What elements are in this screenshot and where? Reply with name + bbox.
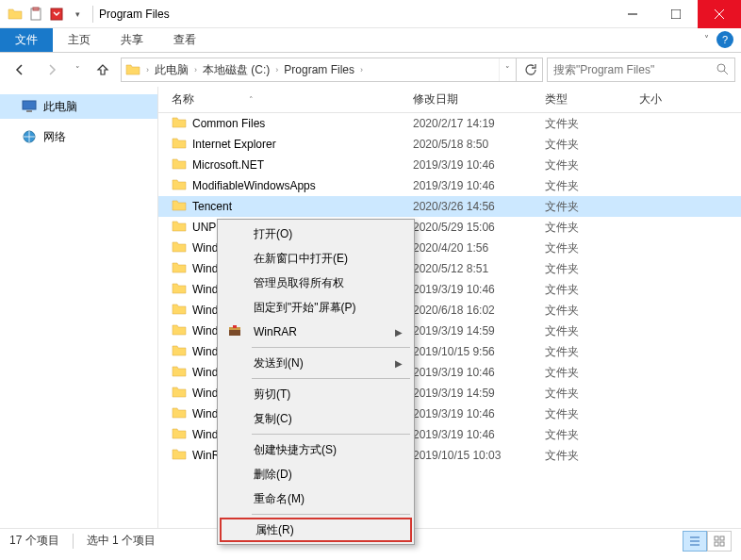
file-type: 文件夹	[545, 427, 639, 443]
tab-view[interactable]: 查看	[158, 28, 211, 52]
addressbar: ˅ › 此电脑 › 本地磁盘 (C:) › Program Files › ˅	[0, 53, 741, 87]
cm-copy[interactable]: 复制(C)	[220, 406, 412, 431]
address-box[interactable]: › 此电脑 › 本地磁盘 (C:) › Program Files › ˅	[121, 58, 543, 82]
file-type: 文件夹	[545, 220, 639, 236]
file-date: 2019/3/19 10:46	[413, 407, 545, 420]
column-size[interactable]: 大小	[639, 91, 715, 107]
svg-rect-4	[671, 9, 681, 19]
qat-dropdown-icon[interactable]: ▾	[68, 5, 87, 24]
tab-file[interactable]: 文件	[0, 28, 53, 52]
file-date: 2019/10/15 9:56	[413, 345, 545, 358]
address-dropdown-icon[interactable]: ˅	[499, 58, 516, 81]
svg-rect-21	[720, 542, 724, 546]
menu-separator	[252, 514, 410, 515]
file-date: 2019/3/19 10:46	[413, 283, 545, 296]
svg-rect-20	[715, 542, 718, 546]
cm-cut[interactable]: 剪切(T)	[220, 382, 412, 406]
file-type: 文件夹	[545, 282, 639, 298]
chevron-right-icon: ▶	[395, 327, 403, 338]
cm-open-new-window[interactable]: 在新窗口中打开(E)	[220, 246, 412, 271]
folder-icon	[172, 343, 189, 360]
breadcrumb-pc[interactable]: 此电脑	[151, 58, 192, 81]
recent-dropdown[interactable]: ˅	[70, 57, 85, 83]
file-type: 文件夹	[545, 116, 639, 132]
file-row[interactable]: Microsoft.NET2019/3/19 10:46文件夹	[158, 155, 741, 175]
chevron-right-icon[interactable]: ›	[273, 65, 280, 74]
chevron-right-icon[interactable]: ›	[144, 65, 151, 74]
column-name[interactable]: 名称˄	[172, 91, 413, 107]
folder-icon	[172, 136, 189, 153]
cm-properties[interactable]: 属性(R)	[220, 518, 412, 542]
close-button[interactable]	[698, 0, 741, 28]
maximize-button[interactable]	[654, 0, 698, 28]
column-date[interactable]: 修改日期	[413, 91, 545, 107]
tab-home[interactable]: 主页	[53, 28, 106, 52]
folder-icon	[172, 156, 189, 173]
file-date: 2020/6/18 16:02	[413, 304, 545, 317]
cm-delete[interactable]: 删除(D)	[220, 462, 412, 486]
breadcrumb-folder[interactable]: Program Files	[280, 58, 358, 81]
network-icon	[21, 128, 38, 145]
back-button[interactable]	[6, 57, 34, 83]
file-name: Microsoft.NET	[192, 158, 413, 172]
sort-indicator-icon: ˄	[249, 95, 254, 105]
help-icon[interactable]: ?	[716, 31, 733, 48]
cm-create-shortcut[interactable]: 创建快捷方式(S)	[220, 437, 412, 462]
minimize-button[interactable]	[611, 0, 654, 28]
file-type: 文件夹	[545, 178, 639, 194]
chevron-right-icon[interactable]: ›	[192, 65, 199, 74]
file-date: 2019/3/19 14:59	[413, 324, 545, 338]
winrar-icon	[227, 323, 244, 340]
svg-rect-14	[233, 325, 237, 328]
file-date: 2019/3/19 10:46	[413, 366, 545, 379]
context-menu: 打开(O) 在新窗口中打开(E) 管理员取得所有权 固定到"开始"屏幕(P) W…	[217, 219, 415, 545]
cm-take-ownership[interactable]: 管理员取得所有权	[220, 271, 412, 295]
folder-icon	[172, 385, 189, 402]
properties-icon[interactable]	[47, 5, 66, 24]
ribbon-expand-icon[interactable]: ˅	[704, 34, 709, 44]
folder-icon	[172, 364, 189, 381]
folder-icon	[172, 260, 189, 277]
search-icon[interactable]	[716, 62, 729, 78]
svg-rect-19	[720, 536, 724, 540]
refresh-icon[interactable]	[516, 58, 542, 81]
file-type: 文件夹	[545, 344, 639, 360]
file-row[interactable]: Tencent2020/3/26 14:56文件夹	[158, 196, 741, 217]
cm-rename[interactable]: 重命名(M)	[220, 486, 412, 511]
file-name: Internet Explorer	[192, 138, 413, 151]
folder-icon	[172, 281, 189, 298]
folder-icon	[172, 302, 189, 319]
folder-icon	[6, 5, 25, 24]
file-name: ModifiableWindowsApps	[192, 179, 413, 192]
folder-icon	[172, 426, 189, 443]
up-button[interactable]	[89, 57, 117, 83]
sidebar-item-network[interactable]: 网络	[0, 124, 157, 149]
sidebar-item-label: 此电脑	[43, 99, 77, 115]
file-row[interactable]: ModifiableWindowsApps2019/3/19 10:46文件夹	[158, 175, 741, 196]
chevron-right-icon[interactable]: ›	[358, 65, 365, 74]
cm-pin-start[interactable]: 固定到"开始"屏幕(P)	[220, 295, 412, 320]
tab-share[interactable]: 共享	[106, 28, 158, 52]
file-row[interactable]: Internet Explorer2020/5/18 8:50文件夹	[158, 134, 741, 155]
cm-send-to[interactable]: 发送到(N) ▶	[220, 351, 412, 375]
forward-button[interactable]	[38, 57, 66, 83]
column-type[interactable]: 类型	[545, 91, 639, 107]
menu-separator	[252, 378, 410, 379]
breadcrumb-drive[interactable]: 本地磁盘 (C:)	[199, 58, 273, 81]
status-item-count: 17 个项目	[9, 533, 59, 549]
view-large-button[interactable]	[707, 531, 732, 552]
cm-open[interactable]: 打开(O)	[220, 222, 412, 246]
view-details-button[interactable]	[683, 531, 707, 552]
svg-rect-1	[33, 8, 39, 10]
file-row[interactable]: Common Files2020/2/17 14:19文件夹	[158, 113, 741, 134]
file-date: 2020/4/20 1:56	[413, 241, 545, 255]
file-date: 2020/5/29 15:06	[413, 221, 545, 234]
file-type: 文件夹	[545, 240, 639, 256]
search-box[interactable]	[547, 58, 735, 82]
sidebar-item-pc[interactable]: 此电脑	[0, 94, 157, 119]
paste-icon[interactable]	[26, 5, 45, 24]
svg-line-8	[724, 71, 728, 74]
sidebar: 此电脑 网络	[0, 87, 158, 528]
search-input[interactable]	[553, 63, 716, 76]
cm-winrar[interactable]: WinRAR ▶	[220, 320, 412, 344]
